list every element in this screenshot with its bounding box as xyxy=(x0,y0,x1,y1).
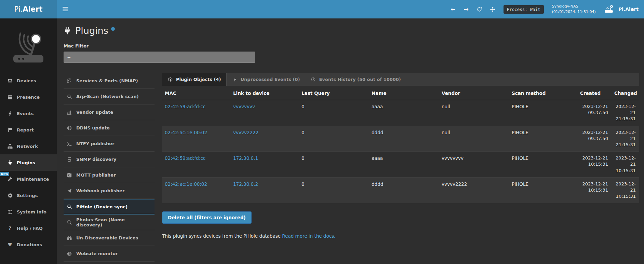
created-cell: 2023-12-21 10:15:31 xyxy=(577,152,612,178)
scan-method-cell: PIHOLE xyxy=(509,177,577,203)
refresh-icon[interactable] xyxy=(477,7,482,12)
plugin-nav-item-ddns[interactable]: DDNS update xyxy=(64,120,155,136)
clock-icon xyxy=(310,77,316,82)
sidebar-item-events[interactable]: Events xyxy=(0,105,57,122)
mac-link[interactable]: 02:42:ac:1e:00:02 xyxy=(165,181,207,187)
mac-link[interactable]: 02:42:59:ad:fd:cc xyxy=(165,104,205,109)
send-icon xyxy=(66,189,72,193)
chart-bars-icon xyxy=(66,110,72,115)
plug-icon xyxy=(7,160,13,165)
plugin-nav-label: PiHole (Device sync) xyxy=(76,204,128,209)
sidebar-item-plugins[interactable]: Plugins xyxy=(0,154,57,171)
info-badge-icon[interactable] xyxy=(111,27,115,31)
heart-icon: ♥ xyxy=(7,242,13,247)
device-link[interactable]: vvvvv2222 xyxy=(233,130,258,135)
created-cell: 2023-12-21 09:37:50 xyxy=(577,100,612,126)
sitemap-icon xyxy=(7,144,13,149)
plugin-nav-item-website-monitor[interactable]: Website monitor xyxy=(64,246,155,262)
plugin-nav-item-webhook[interactable]: Webhook publisher xyxy=(64,183,155,199)
mac-link[interactable]: 02:42:59:ad:fd:cc xyxy=(165,155,205,161)
table-header-row: MAC Link to device Last Query Name Vendo… xyxy=(162,86,639,100)
wrench-icon xyxy=(7,177,13,182)
pialert-logo-small-icon xyxy=(604,5,614,13)
docs-link[interactable]: Read more in the docs. xyxy=(282,233,335,239)
changed-cell: 2023-12-21 21:15:31 xyxy=(612,126,639,152)
plugin-nav-label: DDNS update xyxy=(76,125,110,130)
arrow-right-icon[interactable]: → xyxy=(464,6,468,12)
plugin-nav-item-mqtt[interactable]: MQTT publisher xyxy=(64,167,155,183)
sidebar-item-label: Settings xyxy=(17,193,38,198)
created-cell: 2023-12-21 09:37:50 xyxy=(577,126,612,152)
plugin-nav-label: Services & Ports (NMAP) xyxy=(76,78,138,83)
plugin-nav-item-ntfy[interactable]: NTFY publisher xyxy=(64,136,155,152)
plugin-nav-label: Website monitor xyxy=(76,251,118,256)
column-header-name[interactable]: Name xyxy=(369,86,439,100)
app-name: Pi.Alert xyxy=(618,6,639,12)
vendor-cell: null xyxy=(439,100,509,126)
sidebar-item-label: Plugins xyxy=(17,160,35,165)
plugin-nav-item-vendor-update[interactable]: Vendor update xyxy=(64,105,155,120)
device-link[interactable]: 172.30.0.1 xyxy=(233,155,258,161)
flag-icon xyxy=(7,127,13,133)
process-status-badge: Process: Wait xyxy=(504,5,544,14)
changed-cell: 2023-12-21 21:15:31 xyxy=(612,100,639,126)
column-header-changed[interactable]: Changed xyxy=(612,86,639,100)
sidebar: Devices Presence Events Report Network xyxy=(0,18,57,264)
plugin-nav-item-undiscoverable[interactable]: Un-Discoverable Devices xyxy=(64,230,155,246)
tab-events-history[interactable]: Events History (50 out of 10000) xyxy=(305,73,406,86)
terminal-icon xyxy=(66,141,72,146)
sidebar-item-label: Report xyxy=(17,127,34,133)
brand-logo[interactable]: Pi.Alert xyxy=(0,0,57,18)
host-name: Synology-NAS xyxy=(552,4,596,9)
name-cell: aaaa xyxy=(369,100,439,126)
laptop-icon xyxy=(7,78,13,83)
column-header-scan-method[interactable]: Scan method xyxy=(509,86,577,100)
plugin-nav-item-pihole[interactable]: PiHole (Device sync) xyxy=(64,199,155,214)
plugin-nav-item-nmap[interactable]: Services & Ports (NMAP) xyxy=(64,73,155,89)
sidebar-item-presence[interactable]: Presence xyxy=(0,89,57,105)
host-timestamp: (01/01/2024, 11:31:04) xyxy=(552,9,596,15)
brand-bold: Alert xyxy=(23,5,42,13)
column-header-mac[interactable]: MAC xyxy=(162,86,230,100)
device-link[interactable]: vvvvvvvv xyxy=(233,104,255,109)
sidebar-item-network[interactable]: Network xyxy=(0,138,57,154)
last-query-cell: 0 xyxy=(299,177,369,203)
tab-unprocessed-events[interactable]: Unprocessed Events (0) xyxy=(227,73,305,86)
vendor-cell: vvvvv2222 xyxy=(439,177,509,203)
sidebar-item-donations[interactable]: ♥ Donations xyxy=(0,236,57,253)
sidebar-item-label: Events xyxy=(17,111,33,116)
tab-plugin-objects[interactable]: Plugin Objects (4) xyxy=(162,73,227,86)
sidebar-toggle-button[interactable] xyxy=(57,0,74,18)
column-header-link[interactable]: Link to device xyxy=(230,86,299,100)
mac-link[interactable]: 02:42:ac:1e:00:02 xyxy=(165,130,207,135)
arrow-left-icon[interactable]: ← xyxy=(451,6,455,12)
device-link[interactable]: 172.30.0.2 xyxy=(233,181,258,187)
plugin-objects-table: MAC Link to device Last Query Name Vendo… xyxy=(162,86,639,203)
app-window: Pi.Alert ← → Process: Wait Synology-NAS … xyxy=(0,0,644,264)
pialert-logo xyxy=(0,18,57,72)
page-header: Plugins xyxy=(64,25,639,36)
sidebar-item-devices[interactable]: Devices xyxy=(0,72,57,89)
sidebar-item-system-info[interactable]: System info xyxy=(0,204,57,220)
column-header-last-query[interactable]: Last Query xyxy=(299,86,369,100)
sidebar-item-help-faq[interactable]: ? Help / FAQ xyxy=(0,220,57,236)
binoculars-icon xyxy=(66,236,72,240)
device-link-cell: 172.30.0.1 xyxy=(230,152,299,178)
move-icon[interactable] xyxy=(490,7,495,12)
device-link-cell: vvvvv2222 xyxy=(230,126,299,152)
scan-method-cell: PIHOLE xyxy=(509,100,577,126)
name-cell: dddd xyxy=(369,177,439,203)
mac-filter-input[interactable] xyxy=(64,52,255,63)
delete-all-button[interactable]: Delete all (filters are ignored) xyxy=(162,211,252,224)
column-header-vendor[interactable]: Vendor xyxy=(439,86,509,100)
sidebar-item-settings[interactable]: Settings xyxy=(0,187,57,204)
globe-icon xyxy=(66,251,72,256)
sidebar-item-maintenance[interactable]: NEW Maintenance xyxy=(0,171,57,187)
column-header-created[interactable]: Created xyxy=(577,86,612,100)
plugin-nav-item-pholus[interactable]: Pholus-Scan (Name discovery) xyxy=(64,214,155,230)
plug-icon xyxy=(64,27,71,34)
sidebar-item-report[interactable]: Report xyxy=(0,122,57,138)
plugin-nav-item-snmp[interactable]: SNMP discovery xyxy=(64,152,155,167)
plugin-nav-item-arp-scan[interactable]: Arp-Scan (Network scan) xyxy=(64,89,155,105)
host-info: Synology-NAS (01/01/2024, 11:31:04) xyxy=(552,4,596,15)
